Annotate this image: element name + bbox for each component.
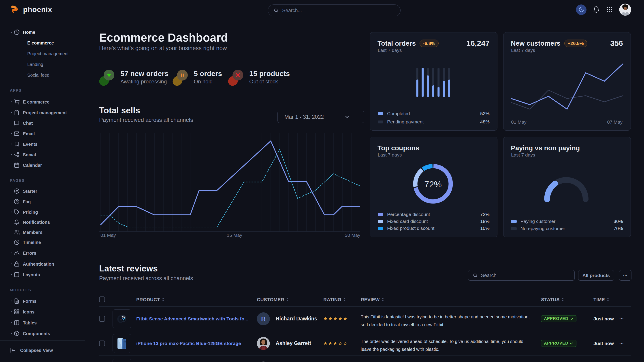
row-more-button[interactable]: ...	[620, 315, 624, 323]
caret-right-icon	[10, 273, 12, 276]
global-search-input[interactable]: Search...	[268, 4, 400, 16]
collapsed-view-toggle[interactable]: Collapsed View	[10, 348, 53, 353]
caret-right-icon	[10, 300, 12, 302]
column-header-label: REVIEW	[361, 297, 380, 302]
total-sells-title: Total sells	[99, 106, 140, 115]
product-image[interactable]	[112, 310, 131, 328]
product-cell: iPhone 13 pro max-Pacific Blue-128GB sto…	[136, 331, 241, 356]
svg-text:01 May: 01 May	[100, 233, 116, 238]
clock-icon	[14, 240, 20, 245]
sidebar-item-members[interactable]: Members	[0, 227, 85, 237]
sidebar-item-starter[interactable]: Starter	[0, 186, 85, 196]
caret-right-icon	[10, 252, 12, 254]
sidebar-item-icons[interactable]: Icons	[0, 307, 85, 317]
customer-avatar[interactable]	[257, 337, 270, 350]
reviews-more-button[interactable]: ...	[619, 270, 632, 281]
sidebar-subitem-e-commerce[interactable]: E commerce	[0, 38, 85, 48]
section-divider	[85, 249, 644, 249]
sidebar-item-tables[interactable]: Tables	[0, 318, 85, 328]
sidebar-item-layouts[interactable]: Layouts	[0, 270, 85, 280]
legend-label: Paying customer	[520, 219, 556, 224]
product-link[interactable]: iPhone 13 pro max-Pacific Blue-128GB sto…	[136, 341, 241, 346]
customer-initial: R	[261, 315, 266, 323]
legend-row-completed: Completed52%	[378, 111, 490, 116]
sidebar-item-e-commerce[interactable]: E commerce	[0, 97, 85, 107]
sidebar-item-timeline[interactable]: Timeline	[0, 237, 85, 247]
clipboard-icon	[14, 110, 20, 116]
row-checkbox[interactable]	[99, 316, 105, 322]
review-cell: The order was delivered ahead of schedul…	[361, 331, 535, 356]
stat-text: 5 ordersOn hold	[194, 69, 222, 86]
reviews-search-input[interactable]: Search	[468, 270, 575, 281]
paying-subtitle: Last 7 days	[511, 152, 535, 158]
sidebar-item-home[interactable]: Home	[0, 27, 85, 37]
legend-value: 52%	[480, 111, 490, 116]
caret-right-icon	[10, 111, 12, 114]
caret-down-icon	[10, 31, 12, 34]
sidebar-item-email[interactable]: Email	[0, 129, 85, 139]
date-range-select[interactable]: Mar 1 - 31, 2022	[278, 111, 364, 123]
sidebar-item-label: Components	[23, 331, 50, 336]
collapsed-view-label: Collapsed View	[20, 348, 53, 353]
sidebar-subitem-project-management[interactable]: Project management	[0, 49, 85, 58]
legend-label: Fixed product discount	[387, 226, 434, 231]
sidebar-item-forms[interactable]: Forms	[0, 296, 85, 306]
customer-name: Richard Dawkins	[276, 316, 317, 322]
stat-value: 57 new orders	[120, 69, 168, 78]
package-icon	[14, 331, 20, 337]
total-orders-bar-chart	[413, 66, 455, 99]
apps-menu-button[interactable]	[606, 6, 613, 13]
sidebar-item-pricing[interactable]: Pricing	[0, 207, 85, 217]
reviews-table: PRODUCTCUSTOMERRATINGREVIEWSTATUSTIMEFit…	[99, 292, 631, 362]
sidebar-item-errors[interactable]: Errors	[0, 248, 85, 258]
sidebar-subitem-social-feed[interactable]: Social feed	[0, 70, 85, 80]
star-filled-icon	[323, 317, 328, 321]
share-2-icon	[14, 152, 20, 158]
product-link[interactable]: Fitbit Sense Advanced Smartwatch with To…	[136, 316, 248, 322]
column-header-product[interactable]: PRODUCT	[136, 292, 164, 307]
check-icon	[570, 342, 574, 345]
select-all-checkbox[interactable]	[99, 297, 105, 302]
product-image[interactable]	[112, 359, 131, 362]
customer-avatar[interactable]: R	[257, 312, 270, 325]
product-image-cell	[112, 307, 131, 331]
sidebar-item-notifications[interactable]: Notifications	[0, 217, 85, 227]
sidebar-item-project-management[interactable]: Project management	[0, 108, 85, 118]
sidebar-item-social[interactable]: Social	[0, 150, 85, 160]
column-header-rating[interactable]: RATING	[323, 292, 346, 307]
new-customers-badge: +26.5%	[564, 39, 587, 47]
apps-grid-icon	[606, 6, 613, 13]
collapse-arrow-icon	[10, 348, 16, 353]
column-header-customer[interactable]: CUSTOMER	[257, 292, 288, 307]
sidebar-item-components[interactable]: Components	[0, 329, 85, 339]
total-orders-subtitle: Last 7 days	[378, 48, 402, 53]
new-customers-axis-start: 01 May	[511, 119, 526, 125]
row-more-button[interactable]: ...	[620, 340, 624, 347]
sidebar-item-calendar[interactable]: Calendar	[0, 160, 85, 170]
all-products-button[interactable]: All products	[578, 270, 614, 281]
column-header-review[interactable]: REVIEW	[361, 292, 384, 307]
product-image[interactable]	[112, 334, 131, 353]
dark-mode-toggle[interactable]	[576, 4, 586, 15]
sidebar-item-faq[interactable]: Faq	[0, 197, 85, 207]
sidebar-item-events[interactable]: Events	[0, 139, 85, 149]
table-row: iPhone 13 pro max-Pacific Blue-128GB sto…	[99, 331, 631, 356]
sidebar-item-label: Calendar	[23, 163, 42, 168]
search-icon	[274, 8, 278, 13]
row-checkbox[interactable]	[99, 341, 105, 346]
compass-icon	[14, 188, 20, 194]
search-placeholder: Search...	[282, 7, 302, 13]
sidebar-subitem-landing[interactable]: Landing	[0, 59, 85, 69]
status-label: APPROVED	[544, 316, 568, 321]
sidebar-item-authentication[interactable]: Authentication	[0, 259, 85, 269]
column-header-time[interactable]: TIME	[594, 292, 609, 307]
brand-logo[interactable]: phoenix	[10, 5, 52, 14]
sort-icon	[286, 298, 288, 301]
sidebar-item-chat[interactable]: Chat	[0, 118, 85, 128]
user-avatar[interactable]	[619, 3, 631, 16]
notifications-button[interactable]	[593, 6, 600, 13]
column-header-status[interactable]: STATUS	[541, 292, 564, 307]
column-header-label: TIME	[594, 297, 605, 302]
sidebar-item-label: Chat	[23, 121, 33, 126]
top-coupons-center-value: 72%	[370, 180, 496, 189]
